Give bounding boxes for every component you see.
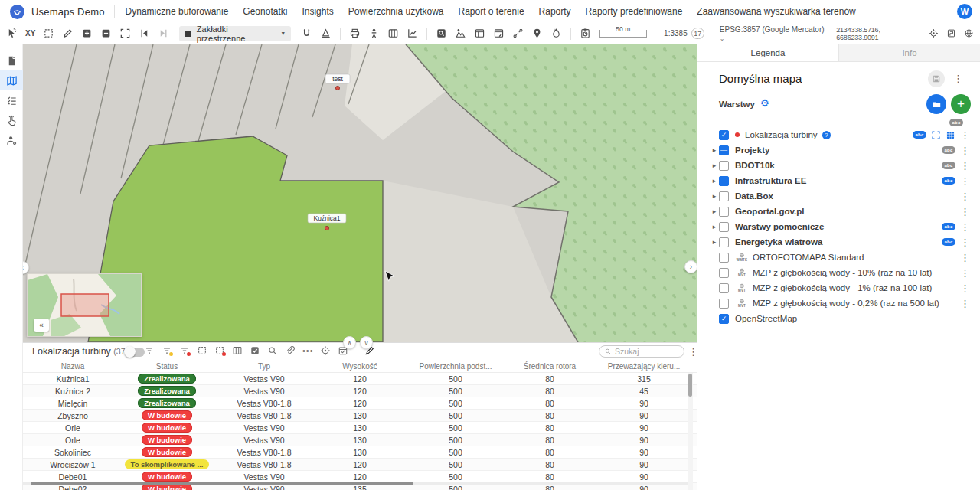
column-header[interactable]: Typ [211, 361, 317, 372]
menu-item[interactable]: Raporty predefiniowane [586, 6, 683, 17]
menu-item[interactable]: Dynamiczne buforowanie [126, 6, 229, 17]
layer-checkbox[interactable] [719, 222, 729, 232]
deselect-features-icon[interactable] [214, 345, 225, 356]
expand-arrow-icon[interactable]: ▸ [710, 223, 719, 230]
street-view-icon[interactable] [368, 28, 380, 39]
layer-label[interactable]: ORTOFOTOMAPA Standard [753, 253, 864, 262]
column-header[interactable]: Nazwa [23, 361, 122, 372]
layer-menu-icon[interactable]: ⋮ [960, 145, 970, 155]
layer-menu-icon[interactable]: ⋮ [960, 299, 970, 309]
layer-label[interactable]: Projekty [735, 145, 769, 155]
expand-arrow-icon[interactable]: ▸ [710, 192, 719, 200]
table-row[interactable]: OrleW budowieVestas V901305008090 [23, 434, 697, 446]
layer-menu-icon[interactable]: ⋮ [960, 283, 970, 293]
report-card-icon[interactable] [474, 28, 485, 39]
labels-toggle-icon[interactable]: abc [942, 146, 956, 154]
sidebar-checklist-icon[interactable] [0, 90, 23, 110]
snapping-magnet-icon[interactable] [301, 28, 312, 39]
menu-item[interactable]: Zaawansowana wyszukiwarka terenów [697, 6, 855, 17]
table-horizontal-scrollbar[interactable] [23, 482, 688, 485]
layer-label[interactable]: MZP z głębokością wody - 10% (raz na 10 … [753, 268, 932, 277]
layer-label[interactable]: Energetyka wiatrowa [735, 237, 822, 247]
labels-toggle-icon[interactable]: abc [942, 162, 956, 169]
table-vertical-scrollbar[interactable] [688, 373, 693, 490]
report-edit-icon[interactable] [493, 28, 505, 39]
projection-selector[interactable]: EPSG:3857 (Google Mercator) ⌄ [720, 25, 825, 42]
table-row[interactable]: Kuźnica 2ZrealizowanaVestas V90120500804… [23, 385, 697, 397]
xy-coordinates-tool[interactable]: XY [25, 29, 35, 38]
layer-label[interactable]: Geoportal.gov.pl [735, 207, 805, 216]
overview-minimap[interactable]: « [27, 273, 142, 337]
locate-target-icon[interactable] [929, 28, 939, 38]
expand-table-chevron[interactable]: ∧ [343, 336, 356, 349]
layer-checkbox[interactable]: — [719, 176, 729, 186]
zoom-to-selection-icon[interactable] [320, 345, 331, 356]
sidebar-documents-icon[interactable] [0, 51, 23, 70]
layer-label[interactable]: BDOT10k [735, 161, 775, 170]
route-waypoint-icon[interactable] [512, 28, 524, 39]
map-annotation-icon[interactable] [455, 28, 466, 39]
layer-menu-icon[interactable]: ⋮ [960, 222, 970, 232]
rectangle-select-tool-icon[interactable] [43, 28, 54, 39]
layer-label[interactable]: OpenStreetMap [735, 314, 797, 323]
right-panel-chevron[interactable]: › [684, 260, 697, 273]
save-map-button[interactable] [928, 70, 945, 87]
draw-tool-icon[interactable] [62, 28, 74, 39]
add-layer-group-button[interactable] [926, 94, 946, 114]
table-search-box[interactable] [599, 345, 684, 358]
labels-toggle-icon[interactable]: abc [949, 119, 963, 126]
table-columns-icon[interactable] [232, 345, 243, 356]
column-header[interactable]: Przeważający kieru... [591, 361, 697, 372]
smart-select-tool-icon[interactable] [6, 28, 18, 39]
zoom-to-layer-icon[interactable] [931, 130, 941, 140]
minimap-collapse-button[interactable]: « [34, 318, 49, 332]
layer-menu-icon[interactable]: ⋮ [960, 207, 970, 217]
search-in-table-icon[interactable] [267, 345, 278, 356]
tab-legenda[interactable]: Legenda [697, 44, 838, 61]
print-icon[interactable] [349, 28, 361, 39]
map-canvas[interactable]: test Kuźnica1 « ‹ › [23, 44, 697, 342]
filter-icon[interactable] [144, 345, 155, 356]
sidebar-user-settings-icon[interactable] [0, 130, 23, 150]
report-flag-icon[interactable] [946, 28, 956, 38]
expand-arrow-icon[interactable]: ▸ [710, 162, 719, 169]
layer-menu-icon[interactable]: ⋮ [960, 237, 970, 247]
add-layer-button[interactable]: + [951, 94, 971, 114]
sidebar-map-icon[interactable] [0, 70, 23, 90]
search-area-icon[interactable] [436, 28, 447, 39]
layer-label[interactable]: MZP z głębokością wody - 1% (raz na 100 … [753, 283, 932, 292]
table-row[interactable]: OrleW budowieVestas V901305008090 [23, 422, 697, 434]
table-row[interactable]: ZbysznoW budowieVestas V80-1.81305008090 [23, 410, 697, 422]
labels-toggle-icon[interactable]: abc [913, 131, 926, 139]
layer-checkbox[interactable] [719, 268, 729, 278]
table-filter-toggle[interactable] [125, 348, 145, 357]
full-extent-icon[interactable] [119, 28, 131, 39]
help-icon[interactable]: ? [822, 131, 831, 139]
layer-menu-icon[interactable]: ⋮ [960, 191, 970, 201]
history-clipboard-icon[interactable] [580, 28, 591, 39]
layer-menu-icon[interactable]: ⋮ [960, 253, 970, 263]
table-row[interactable]: Wrociszów 1To skomplikowane ...Vestas V8… [23, 459, 697, 471]
layer-checkbox[interactable] [719, 207, 729, 217]
layer-menu-icon[interactable]: ⋮ [960, 130, 970, 140]
layer-checkbox[interactable] [719, 191, 729, 201]
user-avatar[interactable]: W [957, 4, 972, 19]
expand-arrow-icon[interactable]: ▸ [710, 177, 719, 185]
layer-checkbox[interactable] [719, 161, 729, 171]
chart-icon[interactable] [407, 28, 418, 39]
layer-label[interactable]: Data.Box [735, 191, 773, 201]
expand-arrow-icon[interactable]: ▸ [710, 146, 719, 154]
layer-label[interactable]: Warstwy pomocnicze [735, 222, 825, 231]
previous-view-icon[interactable] [139, 28, 150, 39]
expand-arrow-icon[interactable]: ▸ [710, 238, 719, 246]
filter-clear-icon[interactable] [179, 345, 190, 356]
layer-label[interactable]: Lokalizacja turbiny [745, 130, 818, 139]
spatial-bookmarks-dropdown[interactable]: Zakładki przestrzenne ▾ [179, 26, 290, 41]
layer-label[interactable]: Infrastruktura EE [735, 176, 806, 185]
select-features-icon[interactable] [197, 345, 207, 356]
menu-item[interactable]: Powierzchnia użytkowa [348, 6, 444, 17]
menu-item[interactable]: Raport o terenie [459, 6, 524, 17]
layer-checkbox[interactable] [719, 299, 729, 309]
table-search-input[interactable] [615, 347, 676, 356]
layer-checkbox[interactable] [719, 237, 729, 247]
